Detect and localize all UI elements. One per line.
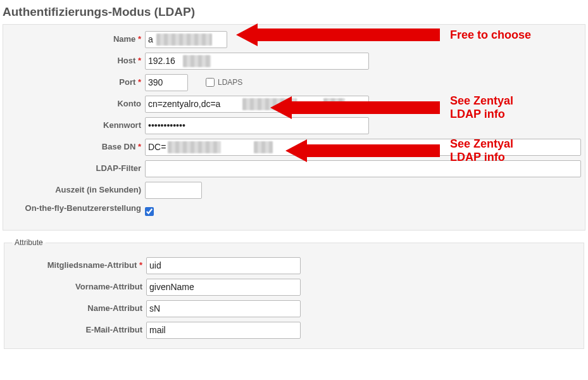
label-host: Host * — [7, 56, 145, 66]
uid-attr-input[interactable] — [146, 257, 301, 274]
label-basedn: Base DN * — [7, 142, 145, 152]
label-ldaps: LDAPS — [218, 78, 242, 87]
account-input[interactable] — [145, 96, 369, 113]
label-port: Port * — [7, 77, 145, 87]
ldaps-checkbox[interactable] — [206, 78, 215, 87]
label-onthefly: On-the-fly-Benutzererstellung — [7, 202, 145, 213]
timeout-input[interactable] — [145, 182, 202, 199]
mail-attr-input[interactable] — [146, 322, 301, 339]
label-filter: LDAP-Filter — [7, 163, 145, 174]
port-input[interactable] — [145, 74, 188, 91]
label-timeout: Auszeit (in Sekunden) — [7, 185, 145, 195]
basedn-input[interactable] — [145, 139, 581, 156]
lastname-attr-input[interactable] — [146, 300, 301, 317]
label-konto: Konto — [7, 99, 145, 109]
required-marker: * — [138, 34, 141, 44]
ldap-filter-input[interactable] — [145, 160, 581, 177]
firstname-attr-input[interactable] — [146, 279, 301, 296]
onthefly-checkbox[interactable] — [145, 207, 154, 216]
attributes-legend: Attribute — [12, 238, 46, 247]
label-mail-attr: E-Mail-Attribut — [8, 325, 146, 335]
label-firstname-attr: Vorname-Attribut — [8, 282, 146, 292]
label-kennwort: Kennwort — [7, 120, 145, 130]
ldap-settings-box: Name * Host * Port * LDAPS — [3, 24, 585, 231]
name-input[interactable] — [145, 31, 227, 48]
host-input[interactable] — [145, 53, 369, 70]
label-uid-attr: Mitgliedsname-Attribut * — [8, 260, 146, 270]
attributes-fieldset: Attribute Mitgliedsname-Attribut * Vorna… — [4, 238, 584, 349]
password-input[interactable] — [145, 117, 369, 134]
page-title: Authentifizierungs-Modus (LDAP) — [3, 5, 585, 19]
label-lastname-attr: Name-Attribut — [8, 303, 146, 314]
label-name: Name * — [7, 34, 145, 44]
